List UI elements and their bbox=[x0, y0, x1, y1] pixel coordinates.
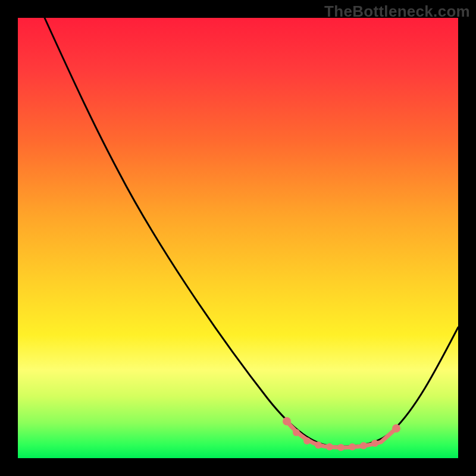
chart-frame: TheBottleneck.com bbox=[0, 0, 476, 476]
svg-point-5 bbox=[337, 444, 345, 451]
svg-point-6 bbox=[349, 443, 356, 450]
svg-point-4 bbox=[326, 443, 333, 450]
svg-point-8 bbox=[371, 440, 378, 447]
svg-point-0 bbox=[283, 417, 291, 425]
bottleneck-curve bbox=[45, 18, 458, 446]
svg-point-9 bbox=[392, 424, 400, 433]
svg-point-3 bbox=[315, 441, 322, 449]
curve-layer bbox=[18, 18, 458, 458]
svg-point-7 bbox=[360, 442, 367, 449]
svg-point-2 bbox=[303, 437, 311, 444]
watermark-text: TheBottleneck.com bbox=[324, 2, 470, 21]
svg-point-1 bbox=[293, 429, 300, 436]
bottleneck-plot bbox=[18, 18, 458, 458]
